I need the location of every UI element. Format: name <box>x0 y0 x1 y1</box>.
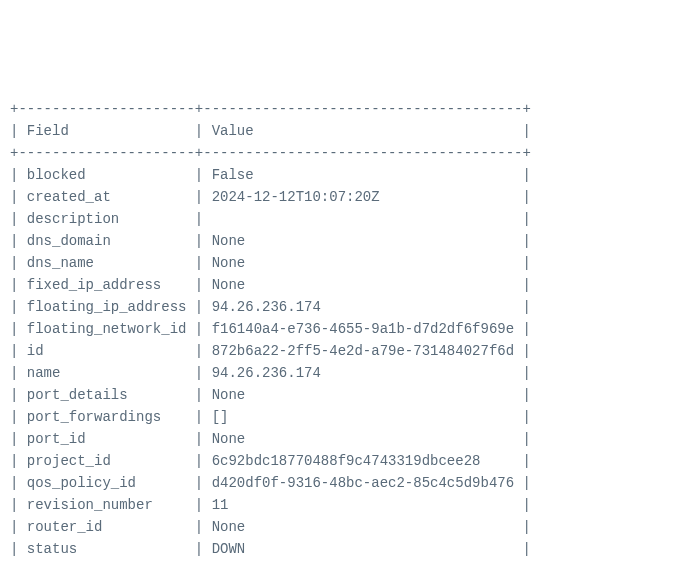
ascii-table: +---------------------+-----------------… <box>10 98 684 564</box>
